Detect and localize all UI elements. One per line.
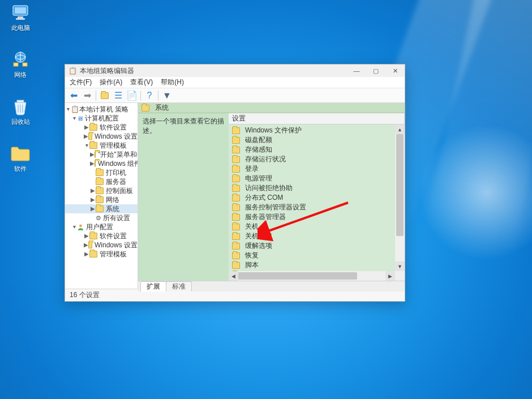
list-item[interactable]: 存储运行状况 [229, 155, 405, 164]
tree-item[interactable]: ▾🖥计算机配置 [65, 114, 138, 123]
export-list-button[interactable]: 📄 [126, 89, 138, 102]
right-pane: 系统 选择一个项目来查看它的描述。 设置 Windows 文件保护磁盘配额存储感… [138, 103, 405, 289]
menu-item[interactable]: 帮助(H) [161, 78, 184, 87]
expand-icon[interactable]: ▶ [84, 241, 88, 250]
desktop-icon-recycle[interactable]: 回收站 [3, 96, 37, 126]
expand-icon[interactable]: ▾ [65, 105, 71, 114]
expand-icon[interactable]: ▶ [90, 204, 96, 213]
tab-extended[interactable]: 扩展 [140, 281, 166, 291]
close-button[interactable]: ✕ [385, 65, 405, 77]
folder-icon [96, 205, 104, 212]
expand-icon[interactable]: ▾ [71, 222, 77, 231]
tree-item[interactable]: ▶Windows 设置 [65, 132, 138, 141]
user-icon [77, 224, 84, 231]
tree-item[interactable]: ▶网络 [65, 195, 138, 204]
maximize-button[interactable]: ▢ [366, 65, 385, 77]
help-button[interactable]: ? [143, 89, 156, 102]
list-item[interactable]: 电源管理 [229, 174, 405, 183]
description-hint: 选择一个项目来查看它的描述。 [143, 117, 224, 135]
list-item[interactable]: 存储感知 [229, 145, 405, 155]
tab-standard[interactable]: 标准 [166, 281, 192, 291]
folder-icon [232, 243, 240, 250]
tree-item[interactable]: ▶软件设置 [65, 231, 138, 241]
list-item[interactable]: 缓解选项 [229, 241, 405, 251]
tree-label: 计算机配置 [85, 114, 119, 123]
list-item[interactable]: 脚本 [229, 260, 405, 270]
expand-icon[interactable]: ▶ [90, 195, 96, 204]
filter-button[interactable]: ▼ [161, 89, 173, 102]
list-item[interactable]: 分布式 COM [229, 193, 405, 203]
list-item[interactable]: 磁盘配额 [229, 135, 405, 145]
expand-icon[interactable]: ▶ [84, 132, 88, 141]
tree-item[interactable]: ▶软件设置 [65, 123, 138, 132]
menu-item[interactable]: 操作(A) [100, 78, 122, 87]
list-item-label: 分布式 COM [245, 193, 283, 203]
back-button[interactable]: ⬅ [67, 89, 80, 102]
scroll-thumb-h[interactable] [238, 272, 357, 280]
expand-icon[interactable]: ▶ [90, 150, 95, 159]
svg-rect-5 [14, 63, 18, 66]
expand-icon[interactable]: ▶ [90, 159, 95, 168]
tree-item[interactable]: ▶Windows 组件 [65, 159, 138, 168]
tree-item[interactable]: ▾📋 本地计算机 策略 [65, 105, 138, 114]
list-item-label: 关机 [245, 222, 259, 231]
vertical-scrollbar[interactable]: ▲ ▼ [395, 125, 405, 271]
tree-label: Windows 设置 [95, 132, 138, 141]
list-item[interactable]: 恢复 [229, 251, 405, 260]
tree-item[interactable]: ▾用户配置 [65, 222, 138, 231]
list-item[interactable]: 关机 [229, 222, 405, 231]
expand-icon[interactable]: ▾ [71, 114, 77, 123]
list-item[interactable]: 服务器管理器 [229, 212, 405, 222]
list-item-label: 存储运行状况 [245, 155, 286, 164]
list-item-label: 访问被拒绝协助 [245, 183, 293, 193]
menu-item[interactable]: 查看(V) [130, 78, 153, 87]
desktop-icon-folder[interactable]: 软件 [3, 143, 37, 173]
list-item[interactable]: Windows 文件保护 [229, 126, 405, 135]
tree-item[interactable]: ▾管理模板 [65, 141, 138, 150]
up-folder-button[interactable] [98, 89, 111, 102]
scroll-down-arrow[interactable]: ▼ [395, 261, 405, 271]
tree-item[interactable]: ▶"开始"菜单和任务栏 [65, 150, 138, 159]
titlebar[interactable]: 📋 本地组策略编辑器 — ▢ ✕ [65, 65, 405, 77]
show-hide-tree-button[interactable]: ☰ [112, 89, 125, 102]
scroll-right-arrow[interactable]: ▶ [385, 271, 395, 281]
tree-label: 软件设置 [100, 231, 127, 241]
tree-item[interactable]: ▶系统 [65, 204, 138, 213]
tree-item[interactable]: ▶管理模板 [65, 250, 138, 259]
tree-item[interactable]: ▶Windows 设置 [65, 241, 138, 250]
expand-icon[interactable]: ▶ [90, 186, 96, 195]
forward-button[interactable]: ➡ [81, 89, 93, 102]
expand-icon[interactable]: ▶ [84, 231, 89, 241]
tree-item[interactable]: 打印机 [65, 168, 138, 177]
column-settings[interactable]: 设置 [229, 114, 405, 123]
tree-item[interactable]: ▶控制面板 [65, 186, 138, 195]
folder-icon [232, 175, 240, 182]
tree-label: 打印机 [106, 168, 126, 177]
desktop-icon-pc[interactable]: 此电脑 [3, 2, 37, 32]
expand-icon[interactable]: ▶ [84, 250, 89, 259]
scroll-thumb[interactable] [396, 134, 404, 236]
expand-icon[interactable]: ▾ [84, 141, 89, 150]
list-header[interactable]: 设置 [229, 113, 405, 125]
list-item[interactable]: 服务控制管理器设置 [229, 203, 405, 212]
expand-icon[interactable]: ▶ [84, 123, 89, 132]
menu-item[interactable]: 文件(F) [70, 78, 92, 87]
scroll-up-arrow[interactable]: ▲ [395, 125, 405, 134]
horizontal-scrollbar[interactable]: ◀ ▶ [229, 271, 395, 281]
tree-label: 本地计算机 策略 [79, 105, 128, 114]
list-item[interactable]: 登录 [229, 164, 405, 174]
tree-item[interactable]: 服务器 [65, 177, 138, 186]
folder-icon [96, 169, 104, 176]
minimize-button[interactable]: — [347, 65, 366, 77]
scroll-left-arrow[interactable]: ◀ [229, 271, 238, 281]
list-item[interactable]: 关机选项 [229, 231, 405, 241]
window-controls: — ▢ ✕ [347, 65, 405, 77]
desktop-icons: 此电脑网络回收站软件 [3, 2, 37, 173]
tree-pane[interactable]: ▾📋 本地计算机 策略▾🖥计算机配置▶软件设置▶Windows 设置▾管理模板▶… [65, 103, 138, 289]
folder-icon [96, 187, 104, 194]
tree-item[interactable]: ⚙所有设置 [65, 213, 138, 222]
list-item-label: 脚本 [245, 260, 259, 270]
folder-icon [232, 214, 240, 221]
desktop-icon-network[interactable]: 网络 [3, 49, 37, 79]
list-item[interactable]: 访问被拒绝协助 [229, 183, 405, 193]
